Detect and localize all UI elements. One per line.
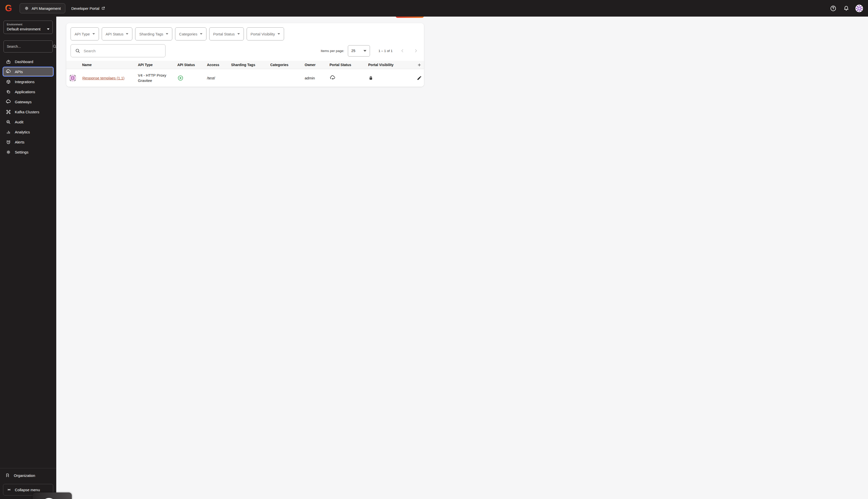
cloud-icon xyxy=(5,99,11,105)
filter-label: Categories xyxy=(179,32,197,36)
environment-value: Default environment xyxy=(7,27,40,31)
sidebar-item-label: Applications xyxy=(15,90,35,94)
cloud-gear-icon xyxy=(5,69,11,74)
chevron-down-icon xyxy=(277,33,280,35)
api-avatar-identicon xyxy=(69,74,76,82)
api-type-cell: V4 - HTTP Proxy Gravitee xyxy=(138,73,177,83)
sidebar-item-label: APIs xyxy=(15,70,23,74)
portal-visibility-cell xyxy=(368,75,414,81)
sidebar-item-label: Kafka Clusters xyxy=(15,110,39,114)
filter-portal-status[interactable]: Portal Status xyxy=(209,27,244,40)
chevron-down-icon xyxy=(200,33,202,35)
lock-icon xyxy=(368,75,373,81)
chevron-down-icon xyxy=(47,28,49,30)
sidebar: Environment Default environment Dashboar… xyxy=(0,16,56,250)
plus-icon xyxy=(417,63,421,67)
play-circle-icon xyxy=(177,75,184,81)
environment-label: Environment xyxy=(7,23,49,26)
sidebar-item-apis[interactable]: APIs xyxy=(2,66,54,77)
sidebar-item-audit[interactable]: Audit xyxy=(2,117,54,127)
filter-portal-visibility[interactable]: Portal Visibility xyxy=(247,27,284,40)
api-name-link[interactable]: Response templaes (1.1) xyxy=(82,76,125,80)
column-header[interactable]: API Type xyxy=(138,63,177,67)
column-header[interactable]: Sharding Tags xyxy=(231,63,270,67)
environment-selector[interactable]: Environment Default environment xyxy=(3,21,53,34)
topbar: G API Management Developer Portal xyxy=(0,0,434,16)
home-icon xyxy=(5,59,11,64)
chevron-down-icon xyxy=(126,33,128,35)
column-header[interactable]: Portal Visibility xyxy=(368,63,414,67)
table-row: Response templaes (1.1) V4 - HTTP Proxy … xyxy=(66,69,424,87)
gear-icon xyxy=(5,149,11,155)
filter-categories[interactable]: Categories xyxy=(175,27,207,40)
items-per-page-value: 25 xyxy=(351,49,356,53)
chevron-left-icon xyxy=(400,48,405,53)
gravitee-logo[interactable]: G xyxy=(5,4,15,13)
external-link-icon xyxy=(101,6,105,10)
filter-label: API Type xyxy=(75,32,90,36)
column-header[interactable]: Portal Status xyxy=(330,63,368,67)
sidebar-item-applications[interactable]: Applications xyxy=(2,87,54,97)
filter-label: Portal Status xyxy=(213,32,235,36)
developer-portal-link[interactable]: Developer Portal xyxy=(71,6,105,11)
cube-icon xyxy=(5,79,11,84)
chevron-down-icon xyxy=(237,33,240,35)
sidebar-search-input[interactable] xyxy=(7,45,52,48)
sidebar-item-alerts[interactable]: Alerts xyxy=(2,137,54,147)
edit-api-button[interactable] xyxy=(414,75,424,81)
apis-card: API Type API Status Sharding Tags Catego… xyxy=(66,23,424,87)
search-check-icon xyxy=(5,119,11,125)
sidebar-item-label: Settings xyxy=(15,150,28,154)
alarm-icon xyxy=(5,139,11,145)
chevron-down-icon xyxy=(92,33,95,35)
sidebar-item-kafka-clusters[interactable]: Kafka Clusters xyxy=(2,107,54,117)
bar-chart-icon xyxy=(5,129,11,135)
column-header[interactable]: API Status xyxy=(177,63,207,67)
sidebar-item-dashboard[interactable]: Dashboard xyxy=(2,57,54,66)
filter-api-type[interactable]: API Type xyxy=(71,27,99,40)
api-type-definition: V4 - HTTP Proxy xyxy=(138,73,177,78)
access-cell: /test/ xyxy=(207,76,231,80)
filter-label: Sharding Tags xyxy=(139,32,163,36)
add-column-button[interactable] xyxy=(414,63,424,67)
sidebar-item-label: Audit xyxy=(15,120,23,124)
items-per-page-label: Items per page: xyxy=(321,49,344,53)
column-header[interactable]: Categories xyxy=(270,63,305,67)
sidebar-item-analytics[interactable]: Analytics xyxy=(2,127,54,137)
previous-page-button[interactable] xyxy=(399,47,406,54)
app-switcher-api-management[interactable]: API Management xyxy=(20,3,65,13)
chevron-down-icon xyxy=(363,50,367,52)
api-type-origin: Gravitee xyxy=(138,78,177,83)
filter-label: API Status xyxy=(106,32,124,36)
api-status-cell xyxy=(177,75,207,81)
filter-label: Portal Visibility xyxy=(251,32,275,36)
chevron-down-icon xyxy=(166,33,168,35)
kafka-icon xyxy=(5,109,11,114)
table-search-input[interactable] xyxy=(84,49,161,53)
owner-cell: admin xyxy=(305,76,330,80)
sidebar-search xyxy=(3,40,53,52)
paginator: Items per page: 25 1 – 1 of 1 xyxy=(321,45,420,57)
sidebar-nav: Dashboard APIs Integrations xyxy=(0,57,56,157)
sidebar-item-label: Gateways xyxy=(15,100,32,104)
pencil-icon xyxy=(417,75,422,81)
applications-icon xyxy=(5,89,11,95)
sidebar-item-label: Alerts xyxy=(15,140,24,144)
sidebar-item-settings[interactable]: Settings xyxy=(2,147,54,157)
sidebar-item-label: Integrations xyxy=(15,80,34,84)
table-header-row: Name API Type API Status Access Sharding… xyxy=(66,61,424,69)
sidebar-item-integrations[interactable]: Integrations xyxy=(2,77,54,87)
sidebar-item-gateways[interactable]: Gateways xyxy=(2,97,54,107)
next-page-button[interactable] xyxy=(412,47,420,54)
developer-portal-label: Developer Portal xyxy=(71,6,99,11)
chevron-right-icon xyxy=(413,48,419,53)
column-header[interactable]: Access xyxy=(207,63,231,67)
cloud-x-icon xyxy=(330,75,336,81)
column-header[interactable]: Owner xyxy=(305,63,330,67)
filter-api-status[interactable]: API Status xyxy=(102,27,133,40)
column-header[interactable]: Name xyxy=(66,63,138,67)
search-icon xyxy=(75,48,80,54)
page-range-label: 1 – 1 of 1 xyxy=(379,49,393,53)
filter-sharding-tags[interactable]: Sharding Tags xyxy=(135,27,172,40)
items-per-page-select[interactable]: 25 xyxy=(348,45,370,57)
